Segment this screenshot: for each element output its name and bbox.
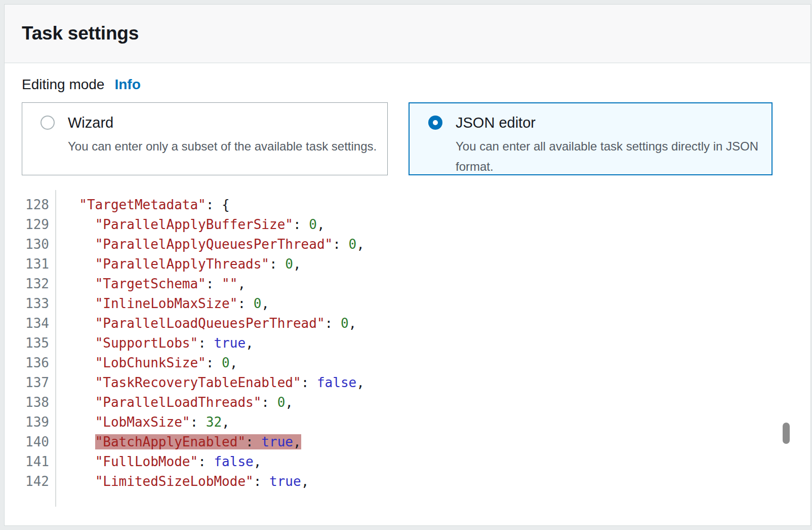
- page: { "header": { "title": "Task settings" }…: [0, 0, 812, 530]
- radio-wizard-icon[interactable]: [40, 116, 55, 130]
- line-number: 142: [5, 472, 49, 491]
- panel-header: Task settings: [5, 5, 810, 63]
- editing-mode-row: Editing modeInfo: [22, 77, 141, 93]
- editing-mode-label: Editing mode: [22, 77, 104, 92]
- line-number: 131: [5, 254, 49, 274]
- line-number: 134: [5, 314, 49, 333]
- code-line: "TaskRecoveryTableEnabled": false,: [63, 373, 364, 393]
- line-number: 135: [5, 333, 49, 353]
- line-number: 137: [5, 373, 49, 393]
- option-description: You can enter only a subset of the avail…: [68, 136, 377, 157]
- line-number: 132: [5, 274, 49, 294]
- code-line: "ParallelApplyBufferSize": 0,: [63, 215, 364, 235]
- info-link[interactable]: Info: [114, 77, 140, 92]
- page-title: Task settings: [22, 23, 139, 44]
- code-line: "TargetSchema": "",: [63, 274, 364, 294]
- option-label: JSON editor: [456, 113, 758, 132]
- task-settings-panel: Task settings Editing modeInfo Wizard Yo…: [4, 4, 811, 526]
- editing-mode-options: Wizard You can enter only a subset of th…: [22, 102, 773, 175]
- line-number: 140: [5, 432, 49, 452]
- code-line: "LobChunkSize": 0,: [63, 353, 364, 373]
- code-line: "LimitedSizeLobMode": true,: [63, 472, 364, 491]
- editor-gutter: 1281291301311321331341351361371381391401…: [5, 190, 56, 507]
- line-number: 128: [5, 195, 49, 215]
- radio-json-editor-icon[interactable]: [428, 116, 442, 130]
- code-line: "InlineLobMaxSize": 0,: [63, 294, 364, 314]
- code-line: "TargetMetadata": {: [63, 195, 364, 215]
- panel-body: Editing modeInfo Wizard You can enter on…: [5, 63, 810, 524]
- option-tile-json-editor[interactable]: JSON editor You can enter all available …: [409, 102, 773, 175]
- line-number: 138: [5, 393, 49, 412]
- code-line: "ParallelApplyQueuesPerThread": 0,: [63, 235, 364, 254]
- code-line: "LobMaxSize": 32,: [63, 412, 364, 432]
- code-line: "BatchApplyEnabled": true,: [63, 432, 364, 452]
- line-number: 130: [5, 235, 49, 254]
- code-line: "ParallelApplyThreads": 0,: [63, 254, 364, 274]
- editor-code[interactable]: "TargetMetadata": { "ParallelApplyBuffer…: [56, 190, 364, 507]
- code-line: "ParallelLoadQueuesPerThread": 0,: [63, 314, 364, 333]
- line-number: 136: [5, 353, 49, 373]
- line-number: 129: [5, 215, 49, 235]
- code-line: "SupportLobs": true,: [63, 333, 364, 353]
- code-line: "FullLobMode": false,: [63, 452, 364, 472]
- option-description: You can enter all available task setting…: [456, 136, 758, 177]
- code-line: "ParallelLoadThreads": 0,: [63, 393, 364, 412]
- option-tile-wizard[interactable]: Wizard You can enter only a subset of th…: [22, 102, 388, 175]
- line-number: 141: [5, 452, 49, 472]
- json-code-editor[interactable]: 1281291301311321331341351361371381391401…: [5, 190, 810, 507]
- line-number: 139: [5, 412, 49, 432]
- highlighted-code: "BatchApplyEnabled": true,: [95, 434, 301, 449]
- option-label: Wizard: [68, 113, 377, 132]
- scrollbar-thumb[interactable]: [783, 423, 790, 444]
- line-number: 133: [5, 294, 49, 314]
